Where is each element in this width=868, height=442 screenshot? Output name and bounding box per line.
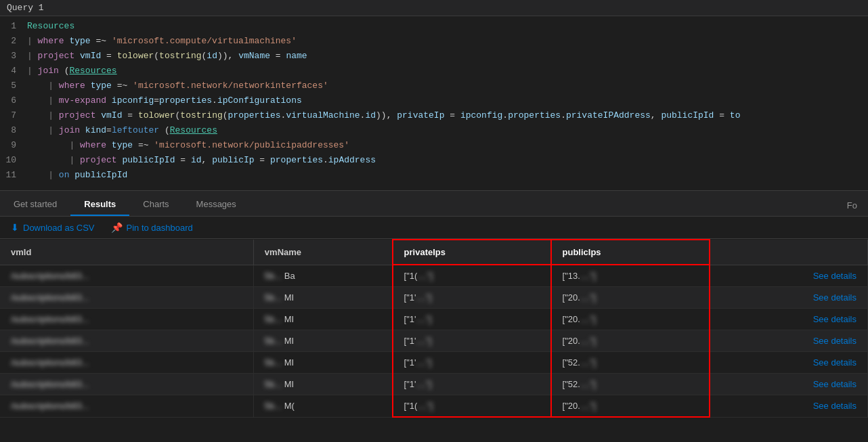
cell-publicips: ["52....."] (551, 352, 710, 374)
cell-vmid: /subscriptions/b83... (0, 395, 253, 418)
cell-privateips: ["1'...."] (393, 352, 551, 374)
col-header-publicips: publicIps (551, 240, 710, 265)
cell-see-details[interactable]: See details (710, 352, 868, 374)
line-num-10: 10 (0, 153, 27, 168)
code-line-7: 7 | project vmId = tolower(tostring(prop… (0, 108, 868, 123)
cell-vmname: 5b... M( (253, 395, 392, 418)
table-header-row: vmId vmName privateIps publicIps (0, 240, 868, 265)
line-content-3: | project vmId = tolower(tostring(id)), … (27, 49, 307, 64)
line-num-3: 3 (0, 49, 27, 64)
results-area: ⬇ Download as CSV 📌 Pin to dashboard vmI… (0, 217, 868, 442)
line-content-8: | join kind=leftouter (Resources (27, 123, 217, 138)
cell-vmid: /subscriptions/b83... (0, 287, 253, 309)
cell-privateips: ["1(...."] (393, 395, 551, 418)
cell-vmid: /subscriptions/b83... (0, 265, 253, 287)
results-table-container[interactable]: vmId vmName privateIps publicIps (0, 239, 868, 442)
line-num-6: 6 (0, 93, 27, 108)
code-line-9: 9 | where type =~ 'microsoft.network/pub… (0, 138, 868, 153)
code-line-3: 3 | project vmId = tolower(tostring(id))… (0, 49, 868, 64)
line-num-7: 7 (0, 108, 27, 123)
cell-vmname: 5b... Ba (253, 265, 392, 287)
cell-vmid: /subscriptions/b83... (0, 374, 253, 395)
line-num-8: 8 (0, 123, 27, 138)
cell-publicips: ["13....."] (551, 265, 710, 287)
download-csv-button[interactable]: ⬇ Download as CSV (11, 222, 95, 233)
tab-charts[interactable]: Charts (129, 194, 182, 216)
col-header-vmname: vmName (253, 240, 392, 265)
col-header-privateips: privateIps (393, 240, 551, 265)
cell-privateips: ["1'...."] (393, 309, 551, 330)
results-toolbar: ⬇ Download as CSV 📌 Pin to dashboard (0, 217, 868, 239)
line-content-6: | mv-expand ipconfig=properties.ipConfig… (27, 93, 302, 108)
tab-messages[interactable]: Messages (183, 194, 250, 216)
line-num-11: 11 (0, 168, 27, 183)
table-row: /subscriptions/b83...5b... MI["1'...."][… (0, 287, 868, 309)
tab-results[interactable]: Results (70, 194, 129, 216)
table-row: /subscriptions/b83...5b... MI["1'...."][… (0, 352, 868, 374)
code-line-6: 6 | mv-expand ipconfig=properties.ipConf… (0, 93, 868, 108)
line-content-1: Resources (27, 19, 74, 34)
cell-vmid: /subscriptions/b83... (0, 309, 253, 330)
pin-dashboard-button[interactable]: 📌 Pin to dashboard (111, 222, 193, 233)
cell-publicips: ["20....."] (551, 287, 710, 309)
line-content-2: | where type =~ 'microsoft.compute/virtu… (27, 34, 297, 49)
line-num-9: 9 (0, 138, 27, 153)
line-num-2: 2 (0, 34, 27, 49)
query-title: Query 1 (7, 3, 44, 13)
code-line-11: 11 | on publicIpId (0, 168, 868, 183)
cell-publicips: ["20....."] (551, 330, 710, 352)
line-content-9: | where type =~ 'microsoft.network/publi… (27, 138, 349, 153)
cell-see-details[interactable]: See details (710, 395, 868, 418)
line-content-7: | project vmId = tolower(tostring(proper… (27, 108, 740, 123)
code-line-8: 8 | join kind=leftouter (Resources (0, 123, 868, 138)
cell-vmid: /subscriptions/b83... (0, 330, 253, 352)
cell-publicips: ["20....."] (551, 309, 710, 330)
main-layout: Query 1 1 Resources 2 | where type =~ 'm… (0, 0, 868, 442)
line-content-4: | join (Resources (27, 64, 117, 79)
cell-privateips: ["1'...."] (393, 287, 551, 309)
line-content-5: | where type =~ 'microsoft.network/netwo… (27, 79, 328, 93)
code-line-4: 4 | join (Resources (0, 64, 868, 79)
cell-privateips: ["1(...."] (393, 265, 551, 287)
cell-publicips: ["20....."] (551, 395, 710, 418)
cell-see-details[interactable]: See details (710, 330, 868, 352)
line-num-1: 1 (0, 19, 27, 34)
code-lines: 1 Resources 2 | where type =~ 'microsoft… (0, 16, 868, 190)
col-header-action (710, 240, 868, 265)
pin-icon: 📌 (111, 222, 123, 233)
cell-vmid: /subscriptions/b83... (0, 352, 253, 374)
cell-see-details[interactable]: See details (710, 374, 868, 395)
table-row: /subscriptions/b83...5b... M(["1(...."][… (0, 395, 868, 418)
cell-vmname: 5b... MI (253, 374, 392, 395)
table-row: /subscriptions/b83...5b... MI["1'...."][… (0, 330, 868, 352)
line-content-11: | on publicIpId (27, 168, 127, 183)
cell-see-details[interactable]: See details (710, 265, 868, 287)
table-row: /subscriptions/b83...5b... MI["1'...."][… (0, 374, 868, 395)
download-icon: ⬇ (11, 222, 19, 233)
cell-vmname: 5b... MI (253, 330, 392, 352)
code-line-1: 1 Resources (0, 19, 868, 34)
results-table: vmId vmName privateIps publicIps (0, 239, 868, 418)
cell-see-details[interactable]: See details (710, 309, 868, 330)
title-bar: Query 1 (0, 0, 868, 16)
cell-privateips: ["1'...."] (393, 374, 551, 395)
code-line-2: 2 | where type =~ 'microsoft.compute/vir… (0, 34, 868, 49)
col-header-vmid: vmId (0, 240, 253, 265)
line-num-5: 5 (0, 79, 27, 93)
cell-vmname: 5b... MI (253, 352, 392, 374)
code-editor: 1 Resources 2 | where type =~ 'microsoft… (0, 16, 868, 191)
code-line-5: 5 | where type =~ 'microsoft.network/net… (0, 79, 868, 93)
cell-privateips: ["1'...."] (393, 330, 551, 352)
line-content-10: | project publicIpId = id, publicIp = pr… (27, 153, 376, 168)
tab-bar: Get started Results Charts Messages Fo (0, 191, 868, 217)
table-body: /subscriptions/b83...5b... Ba["1(...."][… (0, 265, 868, 417)
cell-publicips: ["52....."] (551, 374, 710, 395)
code-line-10: 10 | project publicIpId = id, publicIp =… (0, 153, 868, 168)
tab-get-started[interactable]: Get started (0, 194, 70, 216)
table-row: /subscriptions/b83...5b... MI["1'...."][… (0, 309, 868, 330)
format-label: Fo (836, 195, 868, 216)
cell-vmname: 5b... MI (253, 287, 392, 309)
line-num-4: 4 (0, 64, 27, 79)
cell-see-details[interactable]: See details (710, 287, 868, 309)
table-row: /subscriptions/b83...5b... Ba["1(...."][… (0, 265, 868, 287)
